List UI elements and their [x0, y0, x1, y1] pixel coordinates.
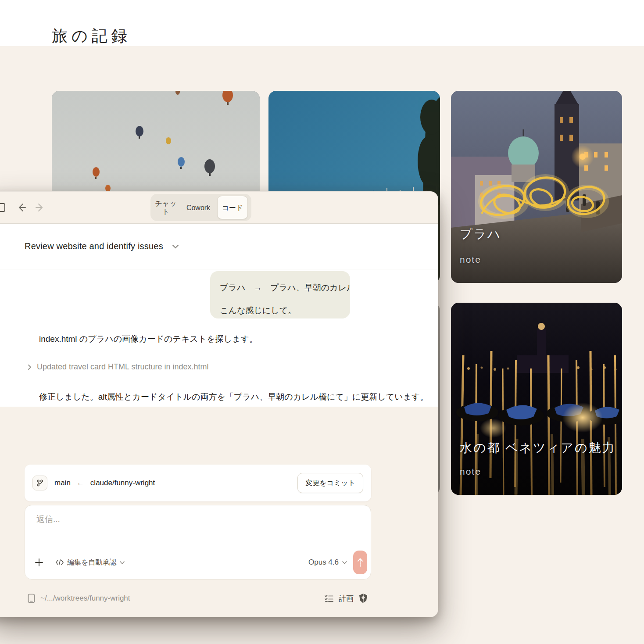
- page-title: 旅の記録: [52, 25, 131, 47]
- chevron-down-icon: [120, 561, 125, 564]
- sidebar-toggle-icon[interactable]: [0, 202, 6, 213]
- composer-toolbar: 編集を自動承認 Opus 4.6: [35, 550, 367, 575]
- status-bar-right: 計画: [325, 593, 368, 604]
- auto-approve-edits-control[interactable]: 編集を自動承認: [56, 558, 125, 567]
- composer-section: main ← claude/funny-wright 変更をコミット: [0, 407, 438, 617]
- model-label: Opus 4.6: [308, 558, 339, 567]
- plus-icon[interactable]: [35, 558, 43, 567]
- plan-label[interactable]: 計画: [339, 594, 354, 604]
- reply-input[interactable]: [36, 514, 301, 525]
- tab-chat[interactable]: チャット: [152, 196, 179, 219]
- mode-tabs: チャット Cowork コード: [150, 194, 251, 221]
- window-content: Review website and identify issues プラハ →…: [0, 223, 438, 407]
- photo-card-venice[interactable]: 水の都 ベネツィアの魅力 note: [451, 303, 622, 495]
- session-title: Review website and identify issues: [25, 241, 163, 251]
- user-message-line2: こんな感じにして。: [220, 299, 340, 318]
- venice-caption: 水の都 ベネツィアの魅力: [460, 440, 616, 456]
- checklist-icon[interactable]: [325, 594, 333, 602]
- screen: 旅の記録: [0, 0, 644, 644]
- prague-caption: プラハ: [460, 226, 501, 243]
- tab-cowork[interactable]: Cowork: [179, 196, 217, 219]
- head-branch-name: claude/funny-wright: [90, 479, 155, 487]
- commit-changes-button[interactable]: 変更をコミット: [297, 473, 363, 493]
- shield-icon[interactable]: [359, 593, 368, 604]
- model-selector[interactable]: Opus 4.6: [308, 558, 347, 567]
- prague-note-label[interactable]: note: [460, 254, 481, 265]
- chevron-right-icon: [28, 364, 32, 370]
- git-branch-badge[interactable]: [32, 476, 47, 490]
- tool-summary-row[interactable]: Updated travel card HTML structure in in…: [28, 362, 209, 372]
- tab-code[interactable]: コード: [217, 196, 248, 219]
- send-button[interactable]: [353, 551, 367, 574]
- chat-transcript: プラハ → プラハ、早朝のカレル橋にて こんな感じにして。 index.html…: [0, 269, 438, 407]
- claude-app-window: チャット Cowork コード Review website and ident…: [0, 191, 438, 617]
- code-icon: [56, 559, 64, 565]
- git-branch-icon: [36, 479, 43, 487]
- back-arrow-icon[interactable]: [16, 202, 27, 213]
- photo-card-prague[interactable]: プラハ note: [451, 91, 622, 283]
- window-status-bar: ~/.../worktrees/funny-wright 計画: [28, 591, 368, 606]
- git-bar: main ← claude/funny-wright 変更をコミット: [25, 465, 371, 501]
- reply-composer: 編集を自動承認 Opus 4.6: [25, 505, 371, 580]
- auto-approve-label: 編集を自動承認: [67, 558, 116, 567]
- tool-summary-text: Updated travel card HTML structure in in…: [37, 362, 209, 372]
- merge-direction-arrow: ←: [77, 479, 84, 487]
- device-icon: [28, 594, 35, 603]
- user-message-bubble: プラハ → プラハ、早朝のカレル橋にて こんな感じにして。: [210, 271, 350, 318]
- forward-arrow-icon[interactable]: [35, 202, 45, 213]
- window-header: チャット Cowork コード: [0, 192, 438, 223]
- base-branch-name: main: [54, 479, 71, 487]
- chevron-down-icon: [342, 561, 347, 564]
- assistant-result-text: 修正しました。alt属性とカードタイトルの両方を「プラハ、早朝のカレル橋にて」に…: [39, 391, 429, 403]
- send-up-arrow-icon: [357, 558, 363, 567]
- venice-note-label[interactable]: note: [460, 466, 481, 477]
- user-message-line1: プラハ → プラハ、早朝のカレル橋にて: [220, 276, 340, 299]
- chevron-down-icon[interactable]: [172, 244, 179, 249]
- assistant-step-text: index.html のプラハの画像カードのテキストを探します。: [39, 333, 258, 345]
- worktree-path: ~/.../worktrees/funny-wright: [40, 594, 130, 603]
- session-title-row[interactable]: Review website and identify issues: [0, 224, 438, 269]
